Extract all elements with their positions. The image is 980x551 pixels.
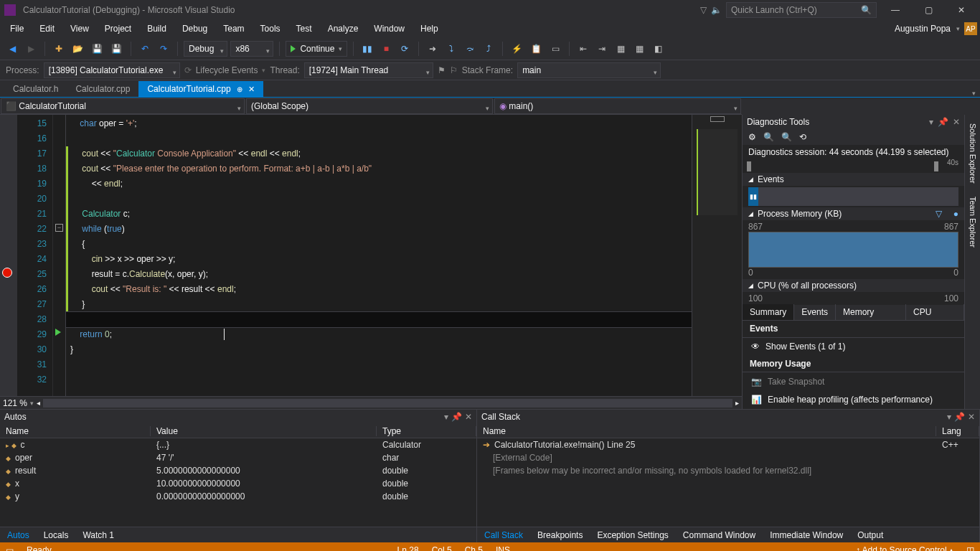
reset-view-icon[interactable]: ⟲ xyxy=(799,132,806,142)
code-lines[interactable]: char oper = '+'; cout << "Calculator Con… xyxy=(66,115,692,396)
pin-icon[interactable]: 📌 xyxy=(451,412,462,422)
table-row[interactable]: ➔CalculatorTutorial.exe!main() Line 25C+… xyxy=(477,438,979,451)
uncomment-button[interactable]: ▦ xyxy=(631,41,647,57)
tab-exception[interactable]: Exception Settings xyxy=(590,530,675,540)
diag-tab-cpu[interactable]: CPU Usage xyxy=(906,304,964,320)
thread-dropdown[interactable]: [19724] Main Thread xyxy=(304,62,433,78)
diag-tab-memory[interactable]: Memory Usage xyxy=(836,304,906,320)
status-source-control[interactable]: ↑ Add to Source Control ▴ xyxy=(856,545,953,551)
tab-calculator-cpp[interactable]: Calculator.cpp xyxy=(67,81,138,97)
autos-body[interactable]: c{...}Calculatoroper47 '/'charresult5.00… xyxy=(0,438,476,527)
tab-breakpoints[interactable]: Breakpoints xyxy=(530,530,590,540)
lifecycle-label[interactable]: Lifecycle Events xyxy=(196,65,258,75)
config-dropdown[interactable]: Debug xyxy=(184,41,227,57)
stack-frame-dropdown[interactable]: main xyxy=(517,62,661,78)
new-project-button[interactable]: ✚ xyxy=(51,41,67,57)
break-all-button[interactable]: ▮▮ xyxy=(359,41,375,57)
breakpoint-gutter[interactable] xyxy=(0,115,17,396)
save-button[interactable]: 💾 xyxy=(89,41,105,57)
col-type[interactable]: Type xyxy=(377,426,476,436)
breakpoint-icon[interactable] xyxy=(2,268,12,278)
col-name[interactable]: Name xyxy=(0,426,151,436)
comment-button[interactable]: ▦ xyxy=(613,41,628,57)
menu-project[interactable]: Project xyxy=(98,22,138,35)
zoom-out-icon[interactable]: 🔍 xyxy=(781,132,792,142)
snapshot-dot[interactable]: ● xyxy=(953,209,958,219)
table-row[interactable]: oper47 '/'char xyxy=(0,451,476,464)
status-output-icon[interactable]: ▭ xyxy=(6,545,14,551)
diag-tab-summary[interactable]: Summary xyxy=(743,304,794,320)
menu-build[interactable]: Build xyxy=(140,22,174,35)
close-icon[interactable]: ✕ xyxy=(953,117,960,127)
solution-explorer-tab[interactable]: Solution Explorer xyxy=(967,121,979,187)
signed-in-user[interactable]: Augustin Popa xyxy=(895,24,951,34)
tab-command[interactable]: Command Window xyxy=(676,530,763,540)
redo-button[interactable]: ↷ xyxy=(156,41,171,57)
table-row[interactable]: result5.0000000000000000double xyxy=(0,464,476,477)
indent-button[interactable]: ⇥ xyxy=(594,41,610,57)
tab-callstack[interactable]: Call Stack xyxy=(477,530,530,540)
tool-3[interactable]: ▭ xyxy=(547,41,563,57)
menu-file[interactable]: File xyxy=(3,22,31,35)
user-badge[interactable]: AP xyxy=(964,22,977,35)
table-row[interactable]: x10.000000000000000double xyxy=(0,477,476,490)
tool-1[interactable]: ⚡ xyxy=(509,41,525,57)
stop-button[interactable]: ■ xyxy=(378,41,394,57)
platform-dropdown[interactable]: x86 xyxy=(230,41,273,57)
table-row[interactable]: [Frames below may be incorrect and/or mi… xyxy=(477,464,979,477)
open-file-button[interactable]: 📂 xyxy=(70,41,86,57)
menu-help[interactable]: Help xyxy=(413,22,446,35)
menu-window[interactable]: Window xyxy=(367,22,412,35)
zoom-level[interactable]: 121 % xyxy=(3,398,27,408)
close-button[interactable]: ✕ xyxy=(947,1,976,19)
undo-button[interactable]: ↶ xyxy=(137,41,153,57)
table-row[interactable]: c{...}Calculator xyxy=(0,438,476,451)
nav-function-dropdown[interactable]: ◉ main() xyxy=(494,98,741,114)
dropdown-icon[interactable]: ▾ xyxy=(444,412,448,422)
enable-heap-link[interactable]: 📊Enable heap profiling (affects performa… xyxy=(743,391,964,409)
col-value[interactable]: Value xyxy=(151,426,377,436)
menu-test[interactable]: Test xyxy=(289,22,319,35)
dropdown-icon[interactable]: ▾ xyxy=(947,412,951,422)
cpu-header[interactable]: ◢CPU (% of all processors) xyxy=(743,279,964,292)
close-icon[interactable]: ✕ xyxy=(968,412,975,422)
menu-debug[interactable]: Debug xyxy=(175,22,215,35)
tab-watch1[interactable]: Watch 1 xyxy=(75,530,121,540)
col-lang[interactable]: Lang xyxy=(936,426,979,436)
gc-icon[interactable]: ▽ xyxy=(936,209,942,219)
nav-back-button[interactable]: ◀ xyxy=(4,41,20,57)
feedback-icon[interactable]: 🔈 xyxy=(711,5,722,15)
take-snapshot-link[interactable]: 📷Take Snapshot xyxy=(743,372,964,390)
notification-icon[interactable]: ▽ xyxy=(700,5,707,15)
diag-tab-events[interactable]: Events xyxy=(794,304,836,320)
menu-team[interactable]: Team xyxy=(216,22,251,35)
continue-button[interactable]: Continue ▾ xyxy=(286,41,347,57)
minimap[interactable] xyxy=(692,115,742,396)
menu-edit[interactable]: Edit xyxy=(32,22,62,35)
close-icon[interactable]: ✕ xyxy=(248,85,255,94)
status-notify-icon[interactable]: ◫ xyxy=(966,545,974,551)
team-explorer-tab[interactable]: Team Explorer xyxy=(967,194,979,250)
fold-toggle[interactable]: − xyxy=(55,224,63,232)
fold-margin[interactable]: − xyxy=(53,115,66,396)
restart-button[interactable]: ⟳ xyxy=(397,41,413,57)
code-editor[interactable]: 151617181920212223242526272829303132 − c… xyxy=(0,115,742,409)
pin-icon[interactable]: 📌 xyxy=(954,412,965,422)
callstack-body[interactable]: ➔CalculatorTutorial.exe!main() Line 25C+… xyxy=(477,438,979,527)
tab-autos[interactable]: Autos xyxy=(0,530,37,540)
step-into-button[interactable]: ⤵ xyxy=(443,41,459,57)
tab-output[interactable]: Output xyxy=(850,530,890,540)
table-row[interactable]: y0.00000000000000000double xyxy=(0,490,476,503)
bookmark-button[interactable]: ◧ xyxy=(650,41,666,57)
process-dropdown[interactable]: [13896] CalculatorTutorial.exe xyxy=(44,62,180,78)
tool-2[interactable]: 📋 xyxy=(528,41,545,57)
dropdown-icon[interactable]: ▾ xyxy=(929,117,933,127)
show-next-statement[interactable]: ➜ xyxy=(425,41,440,57)
step-out-button[interactable]: ⤴ xyxy=(481,41,496,57)
gear-icon[interactable]: ⚙ xyxy=(748,132,756,142)
menu-tools[interactable]: Tools xyxy=(253,22,288,35)
time-ruler[interactable]: 40s xyxy=(747,159,960,173)
step-over-button[interactable]: ⤼ xyxy=(462,41,478,57)
menu-analyze[interactable]: Analyze xyxy=(321,22,366,35)
show-events-link[interactable]: 👁Show Events (1 of 1) xyxy=(743,338,964,356)
